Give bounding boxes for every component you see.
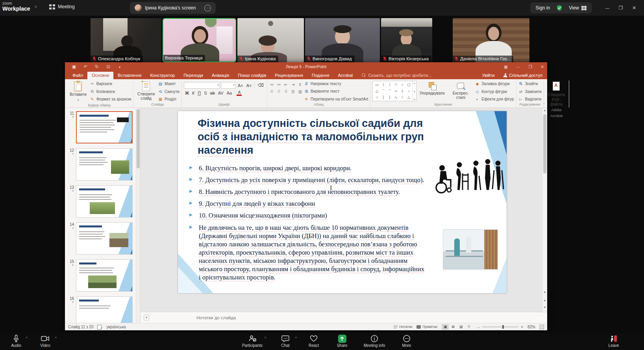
react-button[interactable]: React: [301, 334, 327, 348]
thumbnail-slide-15[interactable]: 15: [68, 259, 134, 292]
create-pdf-button[interactable]: Створити PDF-файла: [546, 81, 567, 107]
shape-outline-button[interactable]: ◇ Контур фігури: [475, 89, 514, 94]
participants-button[interactable]: Participants: [237, 334, 268, 348]
shapes-gallery[interactable]: ▴▾▾: [372, 81, 416, 101]
reading-view-button[interactable]: [457, 324, 464, 330]
font-size-select[interactable]: [221, 82, 236, 89]
tab-acrobat[interactable]: Acrobat: [333, 72, 357, 79]
tab-animations[interactable]: Анімація: [207, 72, 233, 79]
video-button[interactable]: Video: [32, 334, 58, 348]
grow-font-icon[interactable]: A˄: [237, 83, 244, 88]
justify-icon[interactable]: ☰: [291, 89, 296, 94]
fit-to-window-icon[interactable]: [540, 325, 544, 329]
columns-icon[interactable]: ▥: [298, 89, 303, 94]
chat-button[interactable]: Chat: [272, 334, 298, 348]
tab-insert[interactable]: Вставлення: [113, 72, 146, 79]
video-tile[interactable]: Даніела Віталіївна Гру...: [453, 18, 529, 62]
share-button[interactable]: Share: [329, 334, 355, 348]
spell-check-icon[interactable]: [97, 324, 102, 329]
collapse-ribbon-icon[interactable]: [542, 103, 545, 106]
align-left-icon[interactable]: ⌸: [269, 89, 274, 94]
indent-increase-icon[interactable]: ⇥: [291, 82, 296, 87]
chat-options-chevron[interactable]: [295, 336, 297, 340]
tab-file[interactable]: Файл: [68, 72, 87, 79]
scroll-down-icon[interactable]: ▼: [542, 291, 547, 294]
customize-qat-icon[interactable]: [117, 64, 122, 69]
ppt-restore-button[interactable]: [529, 65, 532, 69]
thumbnail-slide-12[interactable]: 12: [68, 148, 134, 181]
shape-effects-button[interactable]: ◐ Ефекти для фігур: [475, 97, 514, 101]
align-right-icon[interactable]: ⌸: [283, 89, 289, 94]
char-spacing-button[interactable]: AV: [217, 91, 225, 95]
tab-view[interactable]: Подання: [307, 72, 333, 79]
italic-button[interactable]: К: [191, 91, 196, 95]
indent-decrease-icon[interactable]: ⇤: [283, 82, 289, 87]
thumbnail-slide-11[interactable]: 11: [68, 111, 134, 143]
reset-button[interactable]: ⟲ Скинути: [158, 89, 180, 94]
slide-canvas[interactable]: Фізична доступність сільської садиби для…: [178, 111, 507, 293]
new-slide-button[interactable]: Створити слайд: [135, 81, 157, 101]
font-name-select[interactable]: [184, 82, 220, 89]
zoom-slider-knob[interactable]: [502, 325, 504, 329]
font-color-button[interactable]: А: [237, 90, 242, 96]
clear-format-icon[interactable]: ⌫: [256, 83, 265, 88]
paste-button[interactable]: Вставити: [68, 81, 89, 102]
section-button[interactable]: ▦ Розділ: [158, 97, 180, 101]
sign-in-button[interactable]: Sign in: [536, 5, 550, 11]
shapes-scrollbar[interactable]: ▴▾▾: [413, 81, 416, 101]
video-tile[interactable]: Виноградов Давид: [305, 18, 380, 62]
zoom-in-icon[interactable]: [521, 325, 523, 329]
slide-sorter-view-button[interactable]: [450, 324, 457, 330]
redo-icon[interactable]: [94, 64, 100, 69]
shape-fill-button[interactable]: ◆ Заливка фігури: [475, 82, 514, 86]
comments-toggle-button[interactable]: Примітки: [416, 325, 437, 329]
arrange-button[interactable]: Упорядкувати: [418, 81, 447, 96]
ribbon-display-options-icon[interactable]: [504, 65, 507, 69]
video-tile[interactable]: Вікторія Кінзерська: [381, 18, 432, 62]
scroll-up-icon[interactable]: ▲: [542, 109, 547, 112]
chevron-down-icon[interactable]: [35, 5, 37, 9]
numbered-list-icon[interactable]: ≕: [276, 82, 281, 87]
save-icon[interactable]: [71, 64, 77, 69]
copy-button[interactable]: ⧉ Копіювати: [90, 89, 131, 94]
previous-slide-icon[interactable]: ▲: [542, 299, 547, 302]
next-slide-icon[interactable]: ▼: [542, 306, 547, 309]
audio-options-chevron[interactable]: [26, 336, 28, 340]
language-indicator[interactable]: українська: [106, 325, 126, 329]
strikethrough-button[interactable]: ab: [209, 91, 216, 95]
tab-shared-screen[interactable]: Ірина Кудінова's screen: [130, 2, 216, 14]
slide-body-text[interactable]: 6. Відсутність порогів, широкі двері, ши…: [188, 164, 427, 285]
text-shadow-button[interactable]: S: [203, 91, 208, 95]
ppt-minimize-button[interactable]: [516, 65, 520, 69]
slide-title[interactable]: Фізична доступність сільської садиби для…: [198, 117, 427, 157]
meeting-info-button[interactable]: Meeting info: [357, 334, 391, 348]
ellipsis-icon[interactable]: [204, 5, 211, 11]
tab-design[interactable]: Конструктор: [146, 72, 179, 79]
find-button[interactable]: 🔍︎ Знайти: [518, 82, 542, 86]
audio-button[interactable]: Audio: [3, 334, 29, 348]
ppt-share-button[interactable]: Спільний доступ: [499, 72, 547, 79]
zoom-out-icon[interactable]: [477, 325, 480, 329]
zoom-slider[interactable]: [477, 325, 523, 329]
cut-button[interactable]: ✂ Вирізати: [90, 82, 131, 86]
thumbnail-slide-16[interactable]: 16: [68, 296, 134, 323]
restore-button[interactable]: [614, 5, 627, 11]
shrink-font-icon[interactable]: A˅: [245, 83, 253, 88]
underline-button[interactable]: П: [196, 91, 202, 95]
normal-view-button[interactable]: [442, 324, 449, 330]
align-center-icon[interactable]: ⌹: [276, 89, 281, 94]
video-options-chevron[interactable]: [55, 336, 57, 340]
notes-toggle-button[interactable]: Нотатки: [394, 325, 412, 329]
bullet-list-icon[interactable]: ≔: [269, 82, 274, 87]
thumbnail-slide-14[interactable]: 14: [68, 222, 134, 255]
participants-options-chevron[interactable]: [265, 336, 266, 340]
tab-home[interactable]: Основне: [87, 72, 113, 79]
slideshow-view-button[interactable]: [465, 324, 472, 330]
close-button[interactable]: [627, 5, 641, 11]
minimize-button[interactable]: [601, 5, 614, 11]
change-case-button[interactable]: Aa: [226, 91, 233, 95]
format-painter-button[interactable]: ✎ Формат за зразком: [90, 97, 131, 101]
scrollbar-thumb[interactable]: [543, 114, 546, 173]
video-tile-active-speaker[interactable]: Вероніка Терниця: [163, 18, 236, 62]
view-button[interactable]: View: [569, 5, 587, 11]
